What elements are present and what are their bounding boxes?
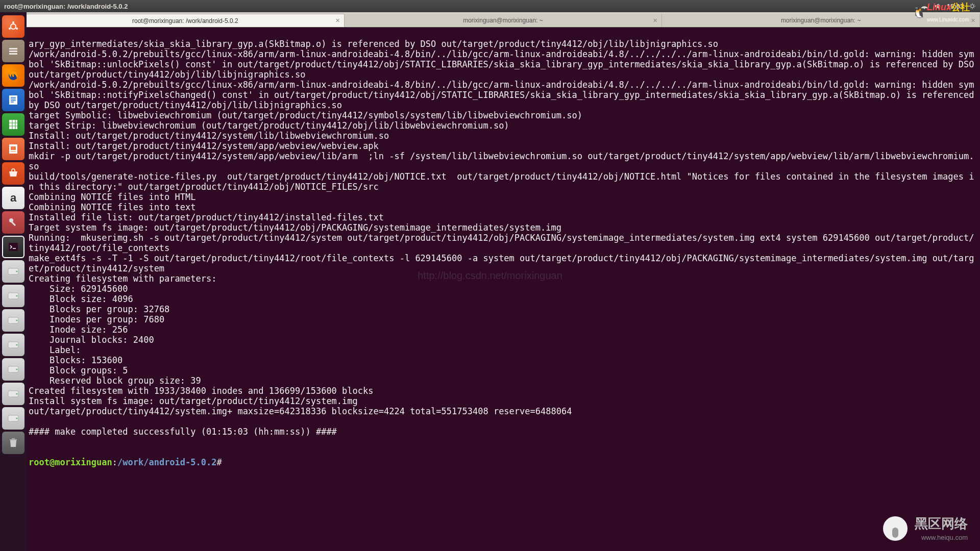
svg-point-14 <box>9 218 13 222</box>
prompt-colon: : <box>112 457 117 467</box>
tab-label: root@morixinguan: /work/android-5.0.2 <box>132 17 238 24</box>
svg-rect-8 <box>9 53 17 55</box>
svg-point-3 <box>12 21 14 23</box>
software-center-icon[interactable] <box>2 162 24 185</box>
drive-icon[interactable] <box>2 334 24 356</box>
svg-rect-13 <box>11 146 16 150</box>
svg-rect-32 <box>12 438 15 439</box>
tab-label: morixinguan@morixinguan: ~ <box>781 17 861 24</box>
svg-rect-6 <box>9 48 17 49</box>
mushroom-icon <box>883 516 908 541</box>
close-icon[interactable]: ✕ <box>971 17 975 24</box>
svg-rect-11 <box>9 120 17 129</box>
drive-icon[interactable] <box>2 407 24 430</box>
svg-point-20 <box>16 295 18 297</box>
files-icon[interactable] <box>2 40 24 62</box>
svg-point-28 <box>16 393 18 395</box>
calc-icon[interactable] <box>2 113 24 136</box>
drive-icon[interactable] <box>2 383 24 405</box>
watermark-label: Linux <box>927 2 951 12</box>
firefox-icon[interactable] <box>2 64 24 87</box>
close-icon[interactable]: ✕ <box>653 17 657 24</box>
prompt-user: root@morixinguan <box>29 457 112 467</box>
window-title: root@morixinguan: /work/android-5.0.2 <box>4 3 920 10</box>
svg-rect-31 <box>10 439 17 440</box>
svg-rect-7 <box>9 51 17 52</box>
watermark-sub: www.Linuxidc.com <box>927 17 969 22</box>
close-icon[interactable]: ✕ <box>335 17 340 24</box>
impress-icon[interactable] <box>2 138 24 160</box>
terminal-lines: ary_gyp_intermediates/skia_skia_library_… <box>29 39 979 437</box>
prompt-path: /work/android-5.0.2 <box>117 457 216 467</box>
drive-icon[interactable] <box>2 285 24 307</box>
dash-icon[interactable] <box>2 15 24 38</box>
svg-point-18 <box>16 271 18 272</box>
tab-1[interactable]: root@morixinguan: /work/android-5.0.2 ✕ <box>27 14 345 27</box>
tab-label: morixinguan@morixinguan: ~ <box>463 17 543 24</box>
svg-point-22 <box>16 320 18 321</box>
amazon-icon[interactable]: a <box>2 187 24 209</box>
terminal-tabbar: root@morixinguan: /work/android-5.0.2 ✕ … <box>27 12 980 28</box>
penguin-icon: 🐧 <box>912 6 926 19</box>
drive-icon[interactable] <box>2 358 24 381</box>
menubar: root@morixinguan: /work/android-5.0.2 15… <box>0 0 980 12</box>
svg-rect-16 <box>9 243 18 251</box>
svg-rect-10 <box>9 95 17 105</box>
svg-point-1 <box>971 5 974 8</box>
trash-icon[interactable] <box>2 432 24 454</box>
drive-icon[interactable] <box>2 309 24 332</box>
writer-icon[interactable] <box>2 89 24 111</box>
launcher: a <box>0 12 27 551</box>
gear-icon[interactable] <box>969 3 976 10</box>
svg-point-4 <box>16 28 18 30</box>
svg-point-24 <box>16 344 18 346</box>
settings-icon[interactable] <box>2 211 24 234</box>
svg-point-2 <box>11 24 16 29</box>
prompt-symbol: # <box>216 457 222 467</box>
terminal-icon[interactable] <box>2 236 24 258</box>
terminal-output[interactable]: ary_gyp_intermediates/skia_skia_library_… <box>27 28 980 551</box>
watermark-bottom: 黑区网络 www.heiqu.com <box>883 515 968 542</box>
drive-icon[interactable] <box>2 260 24 283</box>
svg-rect-15 <box>11 221 16 226</box>
svg-point-30 <box>16 418 18 419</box>
tab-2[interactable]: morixinguan@morixinguan: ~ ✕ <box>345 14 663 27</box>
svg-point-26 <box>16 369 18 370</box>
svg-point-5 <box>9 28 11 30</box>
watermark-top: 🐧 Linux公社 www.Linuxidc.com <box>912 1 970 24</box>
watermark-bottom-sub: www.heiqu.com <box>921 534 968 541</box>
watermark-bottom-label: 黑区网络 <box>915 516 968 531</box>
